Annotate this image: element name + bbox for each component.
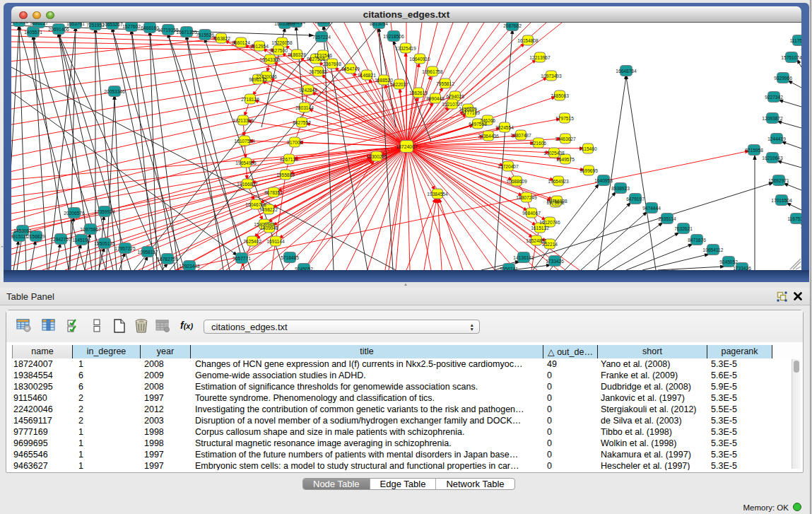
svg-text:3824554: 3824554 (495, 125, 514, 130)
svg-text:9242848: 9242848 (299, 88, 317, 93)
svg-text:8678351: 8678351 (264, 190, 283, 195)
svg-text:16120746: 16120746 (539, 220, 560, 225)
svg-text:9498222: 9498222 (259, 207, 278, 212)
svg-text:10973493: 10973493 (541, 74, 562, 78)
svg-text:1640953: 1640953 (594, 178, 613, 183)
svg-text:1527602: 1527602 (122, 24, 141, 29)
svg-text:15226058: 15226058 (271, 40, 293, 45)
svg-text:9245052: 9245052 (295, 267, 313, 271)
svg-text:10653267: 10653267 (102, 23, 123, 27)
svg-text:9699695: 9699695 (579, 168, 598, 173)
svg-text:9146821: 9146821 (358, 73, 376, 78)
svg-text:2367608: 2367608 (323, 62, 341, 66)
svg-text:10688609: 10688609 (506, 179, 527, 184)
svg-text:12505135: 12505135 (94, 241, 115, 246)
svg-text:8813054: 8813054 (314, 23, 333, 24)
svg-text:1145190: 1145190 (72, 238, 90, 243)
svg-text:16671355: 16671355 (176, 30, 197, 35)
svg-text:13325419: 13325419 (395, 46, 416, 51)
svg-text:9827500: 9827500 (269, 48, 288, 53)
svg-text:7632621: 7632621 (674, 226, 693, 231)
svg-text:12923448: 12923448 (179, 264, 200, 269)
svg-text:8938923: 8938923 (611, 186, 630, 191)
svg-text:8990448: 8990448 (426, 96, 445, 101)
svg-text:20364436: 20364436 (478, 134, 499, 139)
svg-text:8912954: 8912954 (250, 44, 269, 49)
svg-text:16961758: 16961758 (422, 69, 443, 74)
svg-text:9777169: 9777169 (461, 110, 480, 115)
svg-text:18807249: 18807249 (516, 195, 537, 200)
svg-text:14136141: 14136141 (513, 255, 534, 260)
svg-text:9896135: 9896135 (249, 77, 267, 82)
svg-text:18724007: 18724007 (396, 144, 418, 149)
svg-text:1362615: 1362615 (409, 90, 428, 95)
svg-text:10807487: 10807487 (510, 133, 531, 138)
svg-text:9356741: 9356741 (500, 267, 518, 271)
svg-text:1117514: 1117514 (790, 38, 801, 43)
svg-text:2718126: 2718126 (241, 97, 259, 102)
svg-text:16154808: 16154808 (517, 38, 539, 43)
svg-text:1615132: 1615132 (531, 226, 549, 230)
svg-text:8186328: 8186328 (288, 52, 306, 57)
svg-text:1231546: 1231546 (314, 53, 332, 58)
svg-text:9886227: 9886227 (30, 23, 48, 25)
svg-text:6479197: 6479197 (626, 197, 645, 201)
svg-text:12213369: 12213369 (233, 118, 254, 123)
svg-text:1549575: 1549575 (556, 157, 575, 162)
svg-text:9130214: 9130214 (287, 23, 305, 25)
svg-text:20691406: 20691406 (48, 27, 69, 32)
svg-text:1167534: 1167534 (787, 216, 801, 221)
svg-text:16210643: 16210643 (762, 156, 783, 160)
svg-text:16046798: 16046798 (245, 202, 266, 207)
svg-text:8914226: 8914226 (11, 23, 28, 24)
svg-text:6466160: 6466160 (141, 25, 159, 30)
svg-text:8660124: 8660124 (232, 40, 250, 45)
svg-text:10025438: 10025438 (543, 151, 565, 156)
svg-text:1733426: 1733426 (733, 266, 751, 271)
svg-text:2156829: 2156829 (27, 234, 45, 239)
svg-text:1733426: 1733426 (546, 259, 564, 264)
svg-text:7625402: 7625402 (243, 239, 261, 244)
svg-text:15751074: 15751074 (781, 55, 801, 60)
svg-text:1691144: 1691144 (266, 239, 285, 244)
svg-text:15692971: 15692971 (768, 178, 789, 183)
svg-text:1453061: 1453061 (13, 228, 32, 233)
svg-text:16107554: 16107554 (234, 139, 255, 144)
svg-text:17957225: 17957225 (114, 246, 136, 251)
svg-text:9227342: 9227342 (765, 95, 783, 100)
svg-text:19166827: 19166827 (237, 182, 258, 187)
svg-text:746266: 746266 (480, 118, 495, 123)
svg-text:12093872: 12093872 (762, 116, 783, 121)
svg-text:5322037: 5322037 (390, 82, 408, 87)
svg-text:1797515: 1797515 (555, 116, 574, 121)
svg-text:2803144: 2803144 (295, 105, 314, 110)
svg-text:20206576: 20206576 (64, 211, 85, 216)
svg-text:17359924: 17359924 (94, 209, 115, 214)
svg-text:10756928: 10756928 (546, 199, 567, 204)
svg-text:7485063: 7485063 (551, 93, 569, 98)
svg-text:8215958: 8215958 (745, 148, 763, 153)
svg-text:15720407: 15720407 (498, 164, 519, 169)
svg-text:9329966: 9329966 (774, 76, 792, 81)
svg-text:1553761: 1553761 (66, 23, 85, 26)
svg-text:12213967: 12213967 (529, 55, 551, 60)
svg-text:7357224: 7357224 (312, 35, 331, 40)
svg-text:18300295: 18300295 (366, 154, 387, 159)
svg-text:9115460: 9115460 (579, 146, 597, 151)
svg-text:9657771: 9657771 (233, 256, 251, 261)
svg-text:10958117: 10958117 (138, 250, 158, 255)
svg-text:1955889: 1955889 (276, 173, 295, 177)
svg-text:9084067: 9084067 (522, 211, 541, 216)
svg-text:917006: 917006 (287, 140, 302, 145)
svg-text:19654923: 19654923 (548, 179, 569, 184)
svg-text:9474444: 9474444 (642, 206, 661, 211)
svg-text:16782759: 16782759 (157, 257, 178, 262)
svg-text:10654112: 10654112 (703, 247, 724, 252)
svg-text:19463627: 19463627 (555, 136, 576, 141)
svg-text:9245052: 9245052 (719, 259, 738, 264)
svg-text:621606: 621606 (531, 141, 546, 146)
svg-text:1405571: 1405571 (24, 30, 42, 35)
svg-text:19384554: 19384554 (427, 192, 448, 197)
svg-text:10975867: 10975867 (80, 227, 101, 232)
svg-text:1409948: 1409948 (260, 226, 278, 230)
